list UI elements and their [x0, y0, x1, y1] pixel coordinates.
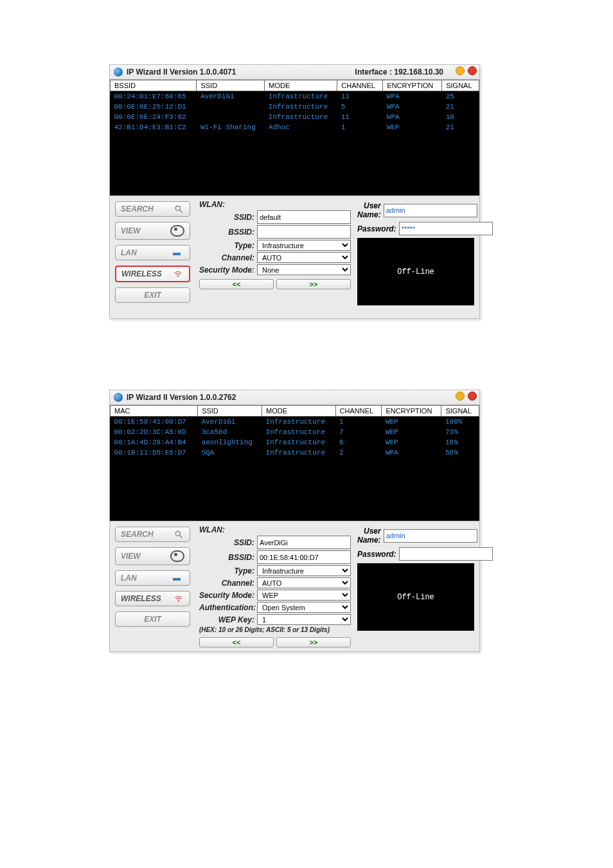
table-row[interactable]: 00:1A:4D:28:A4:B4aeonlightingInfrastruct…	[111, 437, 479, 448]
next-button[interactable]: >>	[276, 279, 351, 289]
col-ssid[interactable]: SSID	[197, 80, 265, 91]
col-ssid[interactable]: SSID	[198, 406, 262, 417]
interface-info: Interface : 192.168.10.30	[355, 68, 443, 77]
preview-pane: Off-Line	[357, 238, 474, 305]
channel-select[interactable]: AUTO	[257, 252, 351, 263]
bssid-input[interactable]	[257, 225, 351, 239]
svg-point-3	[175, 531, 180, 536]
nav-panel: SEARCH VIEW LAN WIRELESS	[110, 521, 195, 651]
table-row[interactable]: 00:24:01:E7:68:65AverDiGiInfrastructure1…	[111, 91, 479, 102]
username-input[interactable]	[384, 204, 477, 217]
lan-button[interactable]: LAN	[115, 570, 190, 586]
svg-line-1	[180, 210, 182, 213]
close-icon[interactable]	[468, 392, 477, 401]
search-icon	[173, 204, 184, 213]
view-button[interactable]: VIEW	[115, 222, 190, 240]
next-button[interactable]: >>	[276, 637, 351, 647]
type-select[interactable]: Infrastructure	[257, 565, 351, 576]
password-input[interactable]	[399, 547, 493, 561]
bssid-input[interactable]	[257, 550, 351, 564]
ssid-input[interactable]	[257, 536, 351, 549]
col-mode[interactable]: MODE	[265, 80, 337, 91]
wepkey-label: WEP Key:	[199, 615, 257, 624]
username-label: User Name:	[357, 201, 384, 219]
col-signal[interactable]: SIGNAL	[441, 406, 479, 417]
bssid-label: BSSID:	[199, 553, 257, 562]
lan-icon	[173, 248, 184, 257]
table-row[interactable]: 00:0E:8E:24:F3:62Infrastructure11WPA18	[111, 112, 479, 122]
nav-label: EXIT	[144, 615, 161, 624]
nav-label: VIEW	[121, 552, 141, 561]
wlan-form: WLAN: SSID: BSSID: Type:Infrastructure C…	[195, 196, 355, 318]
username-input[interactable]	[384, 529, 477, 543]
wifi-icon	[173, 594, 184, 603]
table-row[interactable]: 00:0E:8E:25:12:D1Infrastructure5WPA21	[111, 102, 479, 112]
bssid-label: BSSID:	[199, 228, 257, 237]
hex-note: (HEX: 10 or 26 Digits; ASCII: 5 or 13 Di…	[199, 626, 351, 633]
globe-icon	[114, 68, 123, 77]
col-encryption[interactable]: ENCRYPTION	[382, 406, 441, 417]
search-button[interactable]: SEARCH	[115, 201, 190, 217]
col-bssid[interactable]: BSSID	[111, 80, 197, 91]
secmode-select[interactable]: WEP	[257, 590, 351, 601]
type-select[interactable]: Infrastructure	[257, 240, 351, 251]
type-label: Type:	[199, 241, 257, 250]
wepkey-select[interactable]: 1	[257, 614, 351, 625]
channel-label: Channel:	[199, 579, 257, 588]
table-row[interactable]: 00:02:2D:3C:A5:8D3ca58dInfrastructure7WE…	[111, 427, 479, 437]
network-table[interactable]: BSSID SSID MODE CHANNEL ENCRYPTION SIGNA…	[110, 80, 479, 195]
svg-point-2	[177, 275, 179, 276]
prev-button[interactable]: <<	[199, 279, 274, 289]
secmode-label: Security Mode:	[199, 591, 257, 600]
secmode-label: Security Mode:	[199, 266, 257, 275]
table-row[interactable]: 42:B1:D4:E3:B1:C2Wi-Fi SharingAdhoc1WEP2…	[111, 122, 479, 132]
password-label: Password:	[357, 550, 399, 559]
exit-button[interactable]: EXIT	[115, 287, 190, 303]
window-title: IP Wizard II Version 1.0.0.4071	[127, 68, 236, 77]
password-label: Password:	[357, 224, 399, 233]
svg-line-4	[180, 536, 182, 538]
network-table[interactable]: MAC SSID MODE CHANNEL ENCRYPTION SIGNAL …	[110, 405, 479, 521]
titlebar[interactable]: IP Wizard II Version 1.0.0.4071 Interfac…	[110, 65, 479, 80]
col-signal[interactable]: SIGNAL	[442, 80, 479, 91]
preview-status: Off-Line	[397, 267, 434, 276]
nav-label: VIEW	[121, 226, 141, 235]
password-input[interactable]	[399, 222, 493, 235]
col-encryption[interactable]: ENCRYPTION	[383, 80, 442, 91]
search-button[interactable]: SEARCH	[115, 527, 190, 542]
channel-label: Channel:	[199, 253, 257, 262]
window-title: IP Wizard II Version 1.0.0.2762	[127, 393, 236, 402]
minimize-icon[interactable]	[456, 66, 465, 75]
prev-button[interactable]: <<	[199, 637, 274, 647]
ssid-input[interactable]	[257, 210, 351, 224]
col-mac[interactable]: MAC	[111, 406, 198, 417]
wifi-icon	[172, 269, 184, 278]
nav-label: SEARCH	[121, 204, 154, 213]
wireless-button[interactable]: WIRELESS	[115, 266, 190, 282]
close-icon[interactable]	[468, 66, 477, 75]
nav-label: WIRELESS	[121, 269, 162, 278]
col-channel[interactable]: CHANNEL	[335, 406, 382, 417]
lan-icon	[173, 574, 184, 583]
secmode-select[interactable]: None	[257, 264, 351, 275]
table-row[interactable]: 00:1E:58:41:00:D7AverDiGiInfrastructure1…	[111, 417, 479, 428]
col-mode[interactable]: MODE	[262, 406, 335, 417]
ssid-label: SSID:	[199, 213, 257, 222]
nav-panel: SEARCH VIEW LAN WIRELESS	[110, 196, 195, 318]
titlebar[interactable]: IP Wizard II Version 1.0.0.2762	[110, 390, 479, 405]
minimize-icon[interactable]	[456, 392, 465, 401]
ssid-label: SSID:	[199, 538, 257, 547]
view-button[interactable]: VIEW	[115, 547, 190, 565]
wireless-button[interactable]: WIRELESS	[115, 591, 190, 606]
search-icon	[173, 530, 184, 539]
exit-button[interactable]: EXIT	[115, 611, 190, 627]
auth-select[interactable]: Open System	[257, 602, 351, 613]
table-row[interactable]: 00:1B:11:D5:E6:D7SQAInfrastructure2WPA56…	[111, 448, 479, 458]
svg-point-0	[175, 206, 180, 210]
lan-button[interactable]: LAN	[115, 245, 190, 260]
col-channel[interactable]: CHANNEL	[337, 80, 383, 91]
auth-label: Authentication:	[199, 603, 257, 612]
channel-select[interactable]: AUTO	[257, 577, 351, 588]
nav-label: WIRELESS	[121, 594, 161, 603]
preview-status: Off-Line	[397, 593, 434, 602]
